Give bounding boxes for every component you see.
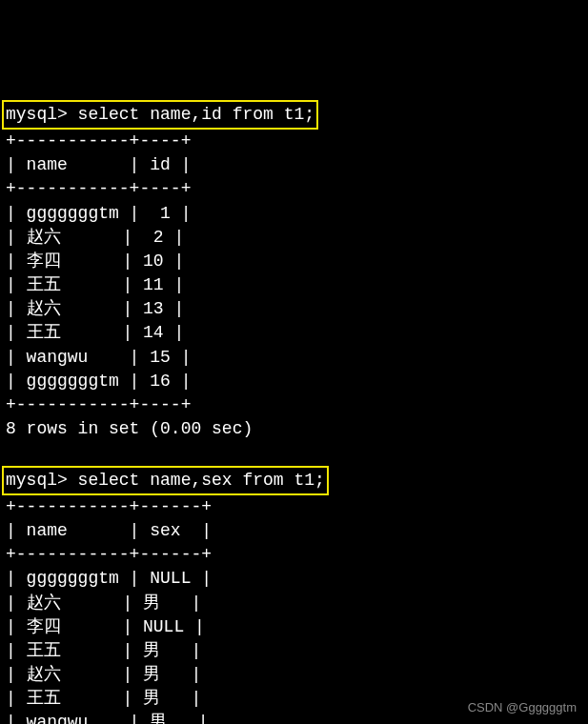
q2-sep: +-----------+------+ (6, 497, 212, 516)
q1-header: | name | id | (6, 155, 191, 174)
watermark: CSDN @Ggggggtm (468, 699, 577, 716)
q2-rows: | gggggggtm | NULL | | 赵六 | 男 | | 李四 | N… (6, 569, 212, 724)
q1-sep: +-----------+----+ (6, 179, 191, 198)
query1-prompt: mysql> select name,id from t1; (2, 100, 318, 130)
q1-sep: +-----------+----+ (6, 131, 191, 151)
q1-sep: +-----------+----+ (6, 395, 191, 414)
q1-footer: 8 rows in set (0.00 sec) (6, 419, 253, 438)
q1-rows: | gggggggtm | 1 | | 赵六 | 2 | | 李四 | 10 |… (6, 204, 191, 391)
query2-prompt: mysql> select name,sex from t1; (2, 466, 329, 495)
q2-header: | name | sex | (6, 521, 212, 540)
q2-sep: +-----------+------+ (6, 545, 212, 564)
